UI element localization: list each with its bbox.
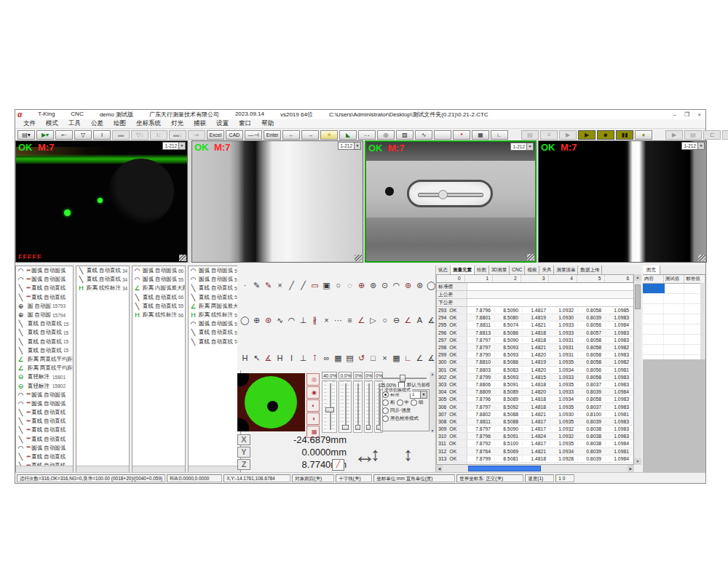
scrollbar-thumb[interactable]: [635, 284, 641, 309]
window-control-button[interactable]: ×: [693, 111, 705, 119]
toolbar-button[interactable]: *: [453, 130, 470, 140]
table-row[interactable]: 304OK 7.8809 8.5089 1.4820 1.0933 0.8039…: [437, 388, 633, 396]
feature-item[interactable]: ⊖ 直径标注 15802: [16, 381, 73, 390]
radio-button[interactable]: [397, 399, 403, 406]
measure-tool-icon[interactable]: ⊛: [403, 280, 413, 290]
jog-vertical-icon[interactable]: ↕: [371, 443, 380, 466]
measure-tool-icon[interactable]: ≡: [345, 315, 355, 325]
table-row[interactable]: 303OK 7.8806 8.5091 1.4818 1.0935 0.8037…: [437, 381, 633, 388]
table-row[interactable]: 311OK 7.8792 8.5100 1.4817 1.0935 0.8038…: [437, 440, 633, 447]
feature-item[interactable]: ◠ *** 圆弧 自动圆弧: [16, 399, 73, 408]
measure-tool-icon[interactable]: ○: [380, 315, 389, 325]
table-row[interactable]: 293OK 7.8796 8.5090 1.4817 1.0932 0.8058…: [437, 307, 633, 314]
measure-tool-icon[interactable]: ▦: [392, 353, 401, 363]
table-row[interactable]: 294OK 7.8801 8.5080 1.4819 1.0930 0.8039…: [437, 314, 633, 322]
measure-tool-icon[interactable]: I: [287, 353, 296, 363]
feature-item[interactable]: ∠ 距离 两圆弧最大距: [189, 302, 240, 311]
table-horizontal-scrollbar[interactable]: ◀ ▶: [436, 465, 634, 472]
grid-column-header[interactable]: 2: [493, 275, 521, 282]
feature-item[interactable]: ∠ 距离 内圆弧最大距: [132, 284, 185, 292]
scroll-right-icon[interactable]: ▶: [628, 465, 634, 472]
zoom-slider[interactable]: [381, 375, 427, 380]
measure-tool-icon[interactable]: ⋯: [333, 315, 343, 325]
menu-item[interactable]: 捕获: [189, 119, 211, 128]
measure-tool-icon[interactable]: ∞: [322, 353, 331, 363]
table-tab[interactable]: 状态: [436, 266, 451, 274]
feature-item[interactable]: ◠ *** 圆弧 自动圆弧: [16, 266, 73, 275]
table-tab[interactable]: 3D测量: [489, 266, 510, 274]
measure-tool-icon[interactable]: ◯: [240, 315, 250, 325]
slider-thumb[interactable]: [325, 407, 334, 412]
table-row[interactable]: 312OK 7.8764 8.5069 1.4821 1.0934 0.8039…: [437, 448, 633, 455]
table-tab[interactable]: 测量清单: [554, 266, 578, 274]
table-row[interactable]: 296OK 7.8813 8.5086 1.4818 1.0933 0.8057…: [437, 330, 633, 337]
menu-item[interactable]: 帮助: [256, 119, 279, 128]
measure-tool-icon[interactable]: A: [415, 315, 424, 325]
feature-item[interactable]: ◠ 圆弧 自动圆弧 55: [189, 266, 240, 275]
slider-thumb[interactable]: [400, 375, 405, 382]
measure-tool-icon[interactable]: ◌: [345, 280, 355, 290]
table-row[interactable]: 299OK 7.8790 8.5093 1.4820 1.0931 0.8058…: [437, 351, 633, 359]
toolbar-button[interactable]: ♦: [635, 130, 652, 140]
toolbar-button[interactable]: [434, 130, 451, 140]
camera2-select-combo[interactable]: 1-212▼: [338, 142, 361, 150]
table-row[interactable]: 297OK 7.8797 8.5090 1.4818 1.0931 0.8058…: [437, 337, 633, 344]
toolbar-button[interactable]: ∿: [415, 130, 432, 140]
toolbar-button[interactable]: ×: [722, 130, 728, 140]
measure-tool-icon[interactable]: ○: [333, 280, 343, 290]
table-tab[interactable]: 测量元素: [451, 266, 475, 274]
menu-item[interactable]: 窗口: [234, 119, 256, 128]
feature-item[interactable]: ╲ *** 直线 自动直线: [16, 293, 73, 302]
toolbar-button[interactable]: I↓: [150, 130, 167, 140]
feature-item[interactable]: ╲ *** 直线 自动直线: [16, 435, 73, 444]
jog-z-icon[interactable]: ↕: [403, 443, 413, 466]
toolbar-button[interactable]: ■: [597, 130, 614, 140]
toolbar-button[interactable]: →: [301, 130, 319, 140]
toolbar-button[interactable]: Excel: [207, 130, 224, 140]
feature-item[interactable]: ◠ *** 圆弧 自动圆弧: [16, 444, 73, 453]
grid-column-header[interactable]: 0: [437, 275, 465, 282]
measure-tool-icon[interactable]: ◠: [287, 315, 296, 325]
feature-item[interactable]: ╲ *** 直线 自动直线: [16, 284, 73, 292]
radio-button[interactable]: [411, 399, 417, 406]
feature-item[interactable]: ╲ 直线 自动直线 15: [16, 346, 73, 355]
radio-button[interactable]: [382, 407, 389, 414]
toolbar-button[interactable]: ◎: [377, 130, 395, 140]
measure-tool-icon[interactable]: ╱: [298, 280, 308, 290]
measure-tool-icon[interactable]: ∠: [403, 315, 413, 325]
toolbar-button[interactable]: ▤: [684, 130, 702, 140]
measure-tool-icon[interactable]: ⊛: [264, 315, 273, 325]
table-row[interactable]: 标准值: [437, 283, 633, 291]
toolbar-button[interactable]: Enter: [264, 130, 281, 140]
light-slider-track[interactable]: [353, 380, 362, 433]
resize-grip-icon[interactable]: [179, 255, 186, 261]
table-tab[interactable]: 绘图: [475, 266, 489, 274]
measure-tool-icon[interactable]: ⊥: [298, 353, 308, 363]
measure-tool-icon[interactable]: ⊖: [392, 315, 401, 325]
toolbar-button[interactable]: ▶: [559, 130, 577, 140]
measure-tool-icon[interactable]: ∠: [357, 315, 366, 325]
slider-thumb[interactable]: [355, 425, 360, 430]
mode-scrollbar[interactable]: ▲▼: [430, 372, 435, 433]
feature-item[interactable]: ╲ 直线 自动直线 55: [189, 284, 240, 292]
window-control-button[interactable]: –: [668, 111, 681, 119]
menu-item[interactable]: 公差: [86, 119, 108, 128]
scroll-left-icon[interactable]: ◀: [436, 465, 443, 472]
radio-button[interactable]: [382, 415, 389, 422]
measure-tool-icon[interactable]: ⊕: [357, 280, 366, 290]
resize-grip-icon[interactable]: [527, 254, 534, 260]
table-row[interactable]: 307OK 7.8802 8.5088 1.4821 1.0930 0.8100…: [437, 411, 633, 418]
feature-item[interactable]: ⊖ 直径标注 15801: [16, 372, 73, 381]
camera-view-2[interactable]: OK M:7 1-212▼: [191, 140, 363, 263]
measure-tool-icon[interactable]: H: [240, 353, 250, 363]
element-column-header[interactable]: 测试值: [664, 275, 685, 283]
menu-item[interactable]: 设置: [211, 119, 234, 128]
feature-item[interactable]: ╲ *** 直线 自动直线: [16, 453, 73, 461]
toolbar-button[interactable]: CAD: [226, 130, 243, 140]
element-table-body[interactable]: [643, 284, 705, 361]
toolbar-button[interactable]: ▤▾: [17, 130, 35, 140]
camera-view-3-selected[interactable]: OK M:7 1-212▼: [365, 140, 537, 263]
table-row[interactable]: 301OK 7.8803 8.5083 1.4820 1.0934 0.8056…: [437, 367, 633, 374]
table-tab[interactable]: 夹具: [539, 266, 554, 274]
toolbar-button[interactable]: ←: [282, 130, 300, 140]
